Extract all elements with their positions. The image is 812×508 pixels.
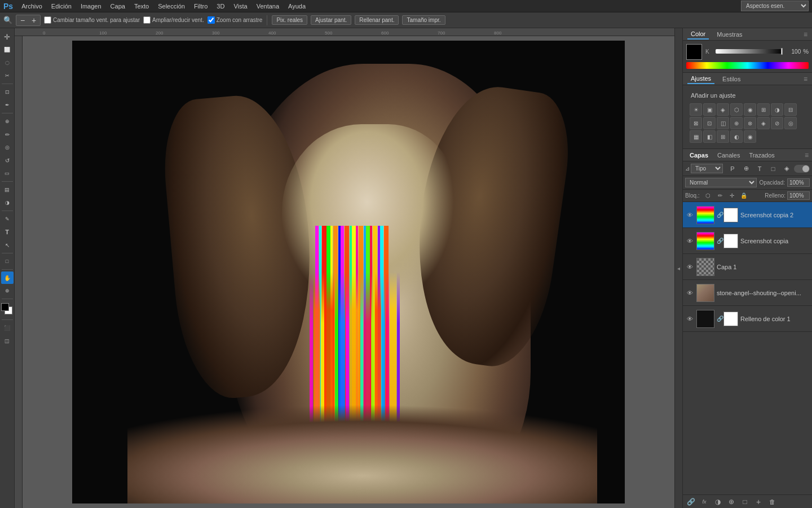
- adj-extra2[interactable]: ⊞: [717, 130, 729, 143]
- fill-screen-btn[interactable]: Rellenar pant.: [355, 15, 399, 25]
- foreground-color-swatch[interactable]: [1, 303, 9, 311]
- menu-archivo[interactable]: Archivo: [17, 2, 46, 11]
- layer-eye-stone-angel[interactable]: 👁: [685, 288, 694, 297]
- adj-vibrance[interactable]: ◉: [744, 103, 756, 116]
- menu-filtro[interactable]: Filtro: [190, 2, 211, 11]
- menu-ventana[interactable]: Ventana: [253, 2, 283, 11]
- lock-transparent-btn[interactable]: ⬡: [703, 191, 713, 201]
- channels-tab[interactable]: Canales: [714, 151, 743, 160]
- swatches-tab[interactable]: Muestras: [713, 30, 745, 39]
- crop-tool[interactable]: ⊡: [1, 86, 14, 98]
- gradient-tool[interactable]: ▤: [1, 183, 14, 196]
- adj-color-lookup[interactable]: ◫: [717, 117, 729, 129]
- fit-screen-btn[interactable]: Ajustar pant.: [311, 15, 351, 25]
- color-spectrum[interactable]: [686, 62, 809, 69]
- color-tab[interactable]: Color: [687, 29, 709, 40]
- adj-brightness[interactable]: ☀: [690, 103, 702, 116]
- zoom-drag-checkbox[interactable]: [208, 16, 215, 24]
- layer-eye-relleno-color-1[interactable]: 👁: [685, 314, 694, 323]
- type-tool[interactable]: T: [1, 226, 14, 238]
- layer-group-btn[interactable]: □: [739, 497, 751, 507]
- adj-posterize[interactable]: ⊗: [744, 117, 756, 129]
- adj-bw[interactable]: ⊟: [784, 103, 797, 116]
- blend-mode-select[interactable]: Normal: [685, 178, 757, 187]
- fill-input[interactable]: [787, 191, 810, 200]
- layer-eye-screenshot-copia-2[interactable]: 👁: [685, 211, 694, 220]
- adj-color-balance[interactable]: ◑: [771, 103, 783, 116]
- menu-edicion[interactable]: Edición: [47, 2, 76, 11]
- path-select-tool[interactable]: ↖: [1, 239, 14, 251]
- lock-all-btn[interactable]: 🔒: [739, 191, 749, 201]
- hand-tool[interactable]: ✋: [1, 271, 14, 284]
- k-slider[interactable]: [716, 49, 783, 54]
- layer-mask-add-btn[interactable]: ◑: [712, 497, 723, 507]
- layer-item-relleno-color-1[interactable]: 👁 🔗 Relleno de color 1: [683, 306, 812, 332]
- layer-delete-btn[interactable]: 🗑: [766, 497, 778, 507]
- zoom-drag-checkbox-label[interactable]: Zoom con arrastre: [208, 16, 263, 24]
- lasso-tool[interactable]: ◌: [1, 56, 14, 69]
- styles-tab[interactable]: Estilos: [719, 75, 744, 84]
- layer-item-screenshot-copia-2[interactable]: 👁 🔗 Screenshot copia 2: [683, 202, 812, 228]
- layer-item-capa-1[interactable]: 👁 Capa 1: [683, 254, 812, 280]
- resize-checkbox[interactable]: [44, 16, 51, 24]
- filter-pixel-btn[interactable]: P: [726, 163, 739, 174]
- adj-extra1[interactable]: ◧: [703, 130, 716, 143]
- paths-tab[interactable]: Trazados: [745, 151, 778, 160]
- shape-tool[interactable]: □: [1, 255, 14, 268]
- adjustments-panel-header[interactable]: Ajustes Estilos ≡: [683, 73, 812, 85]
- menu-seleccion[interactable]: Selección: [154, 2, 189, 11]
- lock-position-btn[interactable]: ✛: [727, 191, 737, 201]
- color-panel-header[interactable]: Color Muestras ≡: [683, 28, 812, 41]
- filter-toggle-switch[interactable]: [794, 165, 810, 173]
- enlarge-checkbox[interactable]: [143, 16, 151, 24]
- move-tool[interactable]: ✛: [1, 30, 14, 43]
- filter-shape-btn[interactable]: □: [767, 163, 779, 174]
- layer-eye-screenshot-copia[interactable]: 👁: [685, 237, 694, 246]
- filter-type-btn[interactable]: T: [753, 163, 766, 174]
- quick-select-tool[interactable]: ✂: [1, 69, 14, 82]
- adj-photo-filter[interactable]: ⊠: [690, 117, 702, 129]
- layer-fx-btn[interactable]: fx: [699, 497, 710, 507]
- select-rect-tool[interactable]: ⬜: [1, 43, 14, 56]
- adj-extra3[interactable]: ◐: [730, 130, 743, 143]
- layer-item-stone-angel[interactable]: 👁 stone-angel--shouting--openi...: [683, 280, 812, 306]
- layer-link-btn[interactable]: 🔗: [685, 497, 696, 507]
- eyedropper-tool[interactable]: ✒: [1, 99, 14, 111]
- screen-mode-btn[interactable]: ⬛: [1, 322, 14, 334]
- color-panel-options[interactable]: ≡: [804, 30, 807, 38]
- dodge-tool[interactable]: ◑: [1, 196, 14, 209]
- layers-tab[interactable]: Capas: [686, 151, 712, 160]
- menu-ayuda[interactable]: Ayuda: [284, 2, 310, 11]
- active-color-swatch[interactable]: [686, 44, 702, 60]
- lock-pixels-btn[interactable]: ✏: [715, 191, 725, 201]
- menu-vista[interactable]: Vista: [230, 2, 251, 11]
- actual-pixels-btn[interactable]: Pix. reales: [272, 15, 307, 25]
- layer-new-btn[interactable]: +: [753, 497, 764, 507]
- layer-eye-capa-1[interactable]: 👁: [685, 262, 694, 271]
- eraser-tool[interactable]: ▭: [1, 167, 14, 179]
- zoom-tool-btn[interactable]: ⊕: [1, 284, 14, 297]
- adj-shadows[interactable]: ▦: [690, 130, 702, 143]
- stamp-tool[interactable]: ◎: [1, 141, 14, 154]
- layer-item-screenshot-copia[interactable]: 👁 🔗 Screenshot copia: [683, 228, 812, 254]
- pen-tool[interactable]: ✎: [1, 213, 14, 225]
- layer-kind-select[interactable]: Tipo: [691, 164, 723, 173]
- filter-adjust-btn[interactable]: ⊕: [740, 163, 752, 174]
- adj-threshold[interactable]: ◈: [757, 117, 770, 129]
- opacity-input[interactable]: [787, 178, 810, 187]
- filter-smart-btn[interactable]: ◈: [780, 163, 793, 174]
- zoom-in-btn[interactable]: +: [29, 15, 39, 25]
- adjustments-panel-options[interactable]: ≡: [804, 75, 807, 83]
- adj-selective-color[interactable]: ◎: [784, 117, 797, 129]
- menu-capa[interactable]: Capa: [107, 2, 129, 11]
- panel-collapse-btn[interactable]: ◂: [674, 28, 682, 508]
- patch-tool[interactable]: ⊕: [1, 115, 14, 128]
- adj-channel-mixer[interactable]: ⊡: [703, 117, 716, 129]
- adj-exposure[interactable]: ⬡: [730, 103, 743, 116]
- adj-curves[interactable]: ◈: [717, 103, 729, 116]
- resize-checkbox-label[interactable]: Cambiar tamaño vent. para ajustar: [44, 16, 140, 24]
- adj-invert[interactable]: ⊕: [730, 117, 743, 129]
- zoom-out-btn[interactable]: −: [17, 15, 28, 25]
- print-size-btn[interactable]: Tamaño impr.: [402, 15, 445, 25]
- layers-panel-options[interactable]: ≡: [805, 151, 809, 159]
